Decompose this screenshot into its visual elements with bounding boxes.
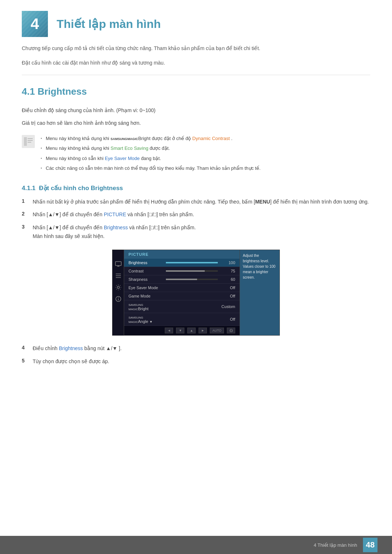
osd-label-magicangle: SAMSUNGMAGICAngle ▼ [128,315,221,324]
osd-value-sharpness: 60 [221,277,235,282]
section-41-body2: Giá trị cao hơn sẽ làm cho hình ảnh trôn… [22,119,370,128]
section-41-label: Brightness [37,86,87,97]
osd-bar-fill-sharpness [166,279,197,280]
steps-after-list: 4 Điều chỉnh Brightness bằng nút ▲/▼ ]. … [22,344,370,366]
note-box: Menu này không khả dụng khi SAMSUNGMAGIC… [22,134,370,174]
osd-bar-contrast [166,270,218,272]
info-icon [115,296,122,302]
screenshot-container: PICTURE Brightness 100 Contrast 75 [22,250,370,336]
osd-value-eyesaver: Off [221,286,235,290]
osd-header: PICTURE [124,250,240,259]
osd-btn-auto: AUTO [210,328,224,333]
osd-wrapper: PICTURE Brightness 100 Contrast 75 [112,250,280,336]
osd-label-brightness: Brightness [128,260,163,265]
osd-label-eyesaver: Eye Saver Mode [128,286,221,290]
footer-text: 4 Thiết lập màn hình [314,542,357,548]
step-3: 3 Nhấn [▲/▼] để di chuyển đến Brightness… [22,223,370,241]
step-2-text: Nhấn [▲/▼] để di chuyển đến PICTURE và n… [33,210,194,219]
intro-text-2: Đặt cấu hình các cài đặt màn hình như độ… [22,59,370,67]
chapter-number: 4 [30,15,39,33]
settings-icon [115,284,122,291]
osd-footer: ◄ ▼ ▲ ► AUTO ⏻ [124,326,240,335]
step-5: 5 Tùy chọn được chọn sẽ được áp. [22,357,370,366]
osd-btn-left: ◄ [165,328,173,333]
steps-list: 1 Nhấn nút bất kỳ ở phía trước sản phẩm … [22,198,370,241]
osd-value-gamemode: Off [221,294,235,298]
svg-rect-4 [115,262,121,266]
subsection-411-number: 4.1.1 [22,185,36,192]
osd-btn-up: ▲ [187,328,196,333]
osd-row-eyesaver: Eye Saver Mode Off [124,284,240,292]
osd-btn-power: ⏻ [227,328,235,333]
osd-value-contrast: 75 [221,269,235,273]
footer-page-number: 48 [363,538,377,552]
svg-rect-0 [22,135,35,148]
osd-row-gamemode: Game Mode Off [124,292,240,300]
osd-menu: PICTURE Brightness 100 Contrast 75 [124,250,240,336]
step-3-num: 3 [22,223,28,230]
osd-bar-fill-contrast [166,270,205,272]
osd-sidebar [112,250,124,336]
monitor-icon [115,261,122,267]
note-item-3: Menu này không có sẵn khi Eye Saver Mode… [41,154,261,163]
note-item-4: Các chức năng có sẵn trên màn hình có th… [41,164,261,172]
osd-value-brightness: 100 [221,260,235,265]
osd-bar-sharpness [166,279,218,280]
note-item-2: Menu này không khả dụng khi Smart Eco Sa… [41,144,261,152]
step-2-num: 2 [22,210,28,217]
osd-label-magicbright: SAMSUNGMAGICBright [128,302,221,311]
subsection-411-title: 4.1.1 Đặt cấu hình cho Brightness [22,184,370,192]
subsection-411-label: Đặt cấu hình cho Brightness [39,185,123,192]
osd-row-magicangle: SAMSUNGMAGICAngle ▼ Off [124,313,240,326]
osd-value-magicbright: Custom [221,304,235,309]
step-1: 1 Nhấn nút bất kỳ ở phía trước sản phẩm … [22,198,370,206]
osd-row-brightness: Brightness 100 [124,259,240,267]
osd-btn-right: ► [199,328,207,333]
osd-value-magicangle: Off [221,317,235,321]
step-4-text: Điều chỉnh Brightness bằng nút ▲/▼ ]. [33,344,122,353]
section-41-title: 4.1 Brightness [22,82,370,97]
intro-text-1: Chương tiếp cung cấp mô tả chi tiết của … [22,44,370,53]
svg-point-10 [117,286,119,288]
step-4: 4 Điều chỉnh Brightness bằng nút ▲/▼ ]. [22,344,370,353]
osd-label-gamemode: Game Mode [128,294,221,298]
step-2: 2 Nhấn [▲/▼] để di chuyển đến PICTURE và… [22,210,370,219]
section-41-body1: Điều chỉnh độ sáng chung của hình ảnh. (… [22,106,370,115]
osd-label-sharpness: Sharpness [128,277,163,282]
osd-btn-down: ▼ [176,328,184,333]
osd-label-contrast: Contrast [128,269,163,273]
step-3-subtext: Màn hình sau đây sẽ xuất hiện. [33,233,105,239]
osd-bar-brightness [166,262,218,263]
chapter-title: Thiết lập màn hình [57,17,161,31]
section-divider [22,75,370,75]
step-1-text: Nhấn nút bất kỳ ở phía trước sản phẩm để… [33,198,369,206]
page-footer: 4 Thiết lập màn hình 48 [0,536,392,554]
lines-icon [115,272,122,279]
chapter-header: 4 Thiết lập màn hình [0,0,392,44]
note-icon [22,135,35,148]
osd-row-contrast: Contrast 75 [124,267,240,275]
step-3-text: Nhấn [▲/▼] để di chuyển đến Brightness v… [33,225,196,230]
step-4-num: 4 [22,344,28,350]
osd-row-sharpness: Sharpness 60 [124,275,240,284]
step-1-num: 1 [22,198,28,204]
osd-bar-fill-brightness [166,262,218,263]
note-list: Menu này không khả dụng khi SAMSUNGMAGIC… [41,134,261,174]
chapter-number-box: 4 [22,11,48,37]
help-text-box: Adjust the brightness level. Values clos… [240,250,280,336]
section-41-number: 4.1 [22,86,35,97]
step-5-text: Tùy chọn được chọn sẽ được áp. [33,357,109,366]
svg-point-13 [118,297,119,298]
content-area: Chương tiếp cung cấp mô tả chi tiết của … [0,44,392,366]
note-item-1: Menu này không khả dụng khi SAMSUNGMAGIC… [41,134,261,143]
step-5-num: 5 [22,357,28,364]
osd-row-magicbright: SAMSUNGMAGICBright Custom [124,300,240,313]
